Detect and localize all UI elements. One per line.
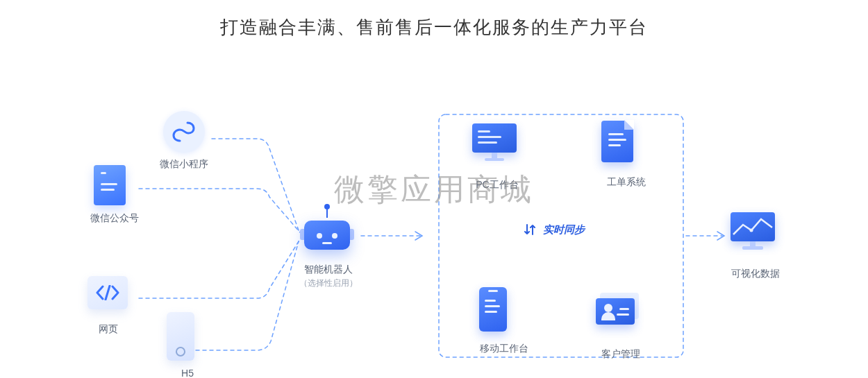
node-mobile: 移动工作台 <box>479 287 529 355</box>
node-miniprogram: 微信小程序 <box>160 111 208 171</box>
label-robot: 智能机器人 <box>297 264 360 276</box>
node-customer: 客户管理 <box>596 293 646 361</box>
mobile-icon <box>479 287 507 332</box>
label-ticket: 工单系统 <box>601 176 651 189</box>
web-icon <box>87 276 128 309</box>
node-pc: PC工作台 <box>472 123 522 191</box>
page-title: 打造融合丰满、售前售后一体化服务的生产力平台 <box>0 15 868 40</box>
node-h5: H5 <box>167 312 208 378</box>
customer-icon <box>596 293 639 325</box>
label-mobile: 移动工作台 <box>479 343 529 355</box>
svg-point-1 <box>750 229 753 232</box>
ticket-icon <box>601 121 633 162</box>
node-wechat-oa: 微信公众号 <box>90 165 139 225</box>
label-wechat-oa: 微信公众号 <box>90 212 139 225</box>
diagram-stage: 打造融合丰满、售前售后一体化服务的生产力平台 微信小程序 微信公众号 <box>0 0 868 378</box>
label-pc: PC工作台 <box>472 179 522 191</box>
label-customer: 客户管理 <box>596 348 646 361</box>
label-h5: H5 <box>167 368 208 378</box>
node-ticket: 工单系统 <box>601 121 651 189</box>
label-web: 网页 <box>87 323 129 336</box>
h5-icon <box>167 312 194 361</box>
node-robot: 智能机器人 （选择性启用） <box>297 208 360 289</box>
node-chart: 可视化数据 <box>731 212 781 280</box>
miniprogram-icon <box>163 111 205 153</box>
sublabel-robot: （选择性启用） <box>297 277 360 289</box>
sync-label: 实时同步 <box>543 223 585 237</box>
wechat-oa-icon <box>94 165 126 205</box>
sync-icon <box>522 222 537 237</box>
robot-icon <box>297 208 357 250</box>
label-miniprogram: 微信小程序 <box>160 158 208 171</box>
node-web: 网页 <box>87 276 129 336</box>
pc-icon <box>472 123 517 161</box>
label-chart: 可视化数据 <box>731 268 781 280</box>
sync-indicator: 实时同步 <box>522 222 585 237</box>
chart-icon <box>731 212 775 250</box>
